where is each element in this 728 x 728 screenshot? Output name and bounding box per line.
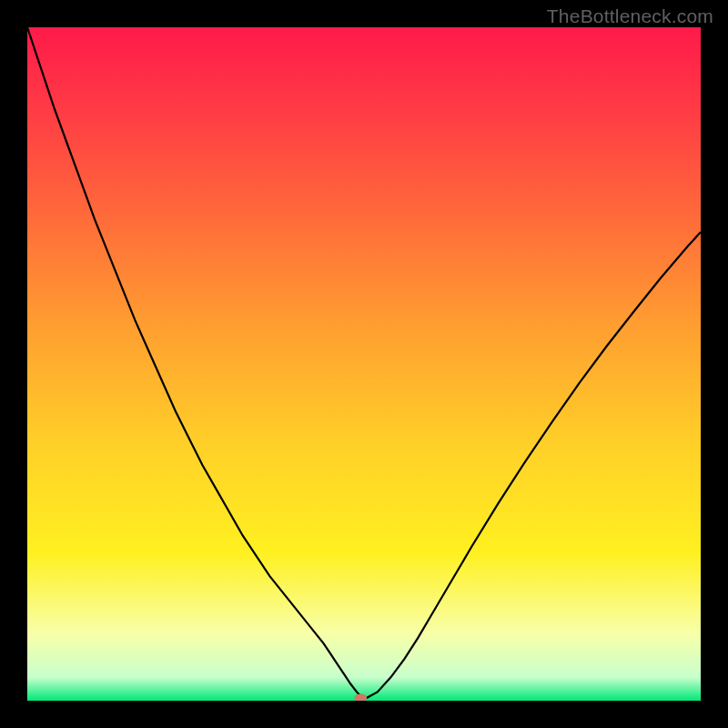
gradient-background: [27, 27, 701, 701]
chart-svg: [27, 27, 701, 701]
plot-area: [27, 27, 701, 701]
chart-container: TheBottleneck.com: [0, 0, 728, 728]
watermark-text: TheBottleneck.com: [547, 5, 713, 27]
